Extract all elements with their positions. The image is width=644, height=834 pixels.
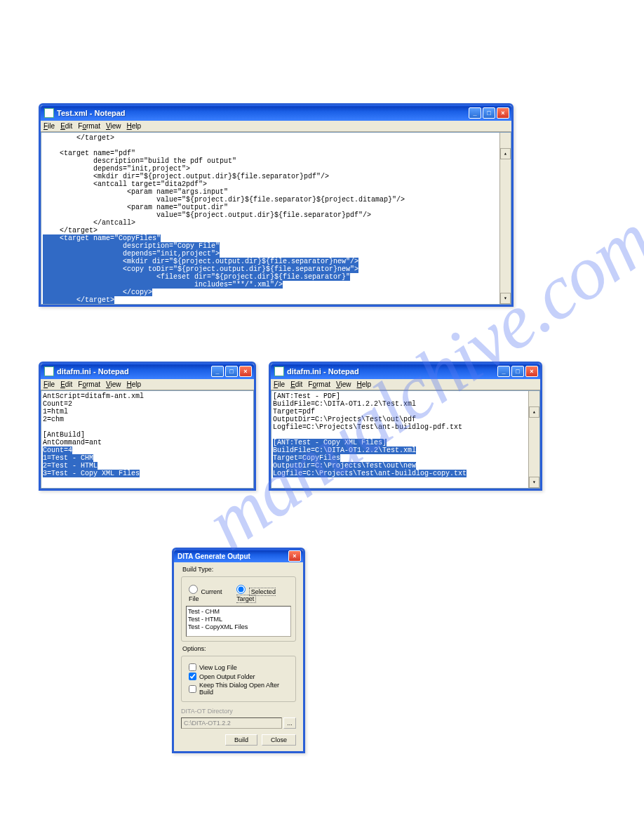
browse-button[interactable]: ... <box>283 717 296 729</box>
menu-format[interactable]: Format <box>308 380 330 388</box>
scroll-down-icon[interactable]: ▾ <box>500 293 511 304</box>
menu-file[interactable]: File <box>43 122 55 130</box>
editor-content[interactable]: AntScript=ditafm-ant.xml Count=2 1=html … <box>41 390 254 489</box>
menu-edit[interactable]: Edit <box>60 122 72 130</box>
menu-view[interactable]: View <box>106 380 121 388</box>
maximize-button[interactable]: □ <box>511 366 524 377</box>
options-group: View Log File Open Output Folder Keep Th… <box>181 656 296 702</box>
list-item[interactable]: Test - CopyXML Files <box>188 623 289 631</box>
menu-help[interactable]: Help <box>357 380 372 388</box>
editor-content[interactable]: </target> <target name="pdf" description… <box>41 132 511 305</box>
close-button[interactable]: × <box>497 107 509 119</box>
close-button[interactable]: × <box>239 366 252 377</box>
menu-view[interactable]: View <box>336 380 351 388</box>
notepad-window-testxml: Test.xml - Notepad _ □ × File Edit Forma… <box>39 103 514 307</box>
notepad-window-ditafm-left: ditafm.ini - Notepad _ □ × File Edit For… <box>39 362 256 491</box>
menubar: File Edit Format View Help <box>41 121 511 132</box>
menubar: File Edit Format View Help <box>41 379 254 390</box>
editor-content[interactable]: [ANT:Test - PDF] BuildFile=C:\DITA-OT1.2… <box>271 390 540 489</box>
notepad-icon <box>44 108 54 118</box>
checkbox-openoutput[interactable] <box>189 673 196 680</box>
notepad-icon <box>274 366 284 376</box>
dialog-title: DITA Generate Output <box>177 552 288 560</box>
list-item[interactable]: Test - HTML <box>188 616 289 623</box>
openoutput-label: Open Output Folder <box>199 673 255 680</box>
menu-file[interactable]: File <box>274 380 285 388</box>
radio-selected-target[interactable]: Selected Target <box>236 585 291 602</box>
keepopen-label: Keep This Dialog Open After Build <box>199 682 291 696</box>
build-type-label: Build Type: <box>181 566 215 573</box>
menu-help[interactable]: Help <box>127 380 142 388</box>
ditaot-dir-label: DITA-OT Directory <box>181 708 296 715</box>
titlebar[interactable]: DITA Generate Output × <box>174 550 303 562</box>
build-type-group: Current File Selected Target Test - CHMT… <box>181 576 296 642</box>
checkbox-keepopen[interactable] <box>189 685 196 693</box>
menu-view[interactable]: View <box>106 122 121 130</box>
menubar: File Edit Format View Help <box>271 379 540 390</box>
titlebar[interactable]: ditafm.ini - Notepad _ □ × <box>271 364 540 379</box>
window-title: Test.xml - Notepad <box>57 109 469 117</box>
minimize-button[interactable]: _ <box>211 366 224 377</box>
minimize-button[interactable]: _ <box>497 366 510 377</box>
window-title: ditafm.ini - Notepad <box>287 367 497 376</box>
menu-format[interactable]: Format <box>78 122 100 130</box>
radio-current-file[interactable]: Current File <box>189 585 229 602</box>
window-title: ditafm.ini - Notepad <box>57 367 211 376</box>
ditaot-path-input <box>181 717 282 729</box>
titlebar[interactable]: ditafm.ini - Notepad _ □ × <box>41 364 254 379</box>
notepad-icon <box>44 366 54 376</box>
dita-generate-output-dialog: DITA Generate Output × Build Type: Curre… <box>172 548 305 753</box>
target-listbox[interactable]: Test - CHMTest - HTMLTest - CopyXML File… <box>186 606 291 637</box>
menu-edit[interactable]: Edit <box>290 380 302 388</box>
list-item[interactable]: Test - CHM <box>188 608 289 616</box>
options-label: Options: <box>181 645 208 652</box>
menu-edit[interactable]: Edit <box>60 380 72 388</box>
menu-format[interactable]: Format <box>78 380 100 388</box>
close-dialog-button[interactable]: Close <box>262 734 296 746</box>
menu-file[interactable]: File <box>43 380 55 388</box>
maximize-button[interactable]: □ <box>225 366 238 377</box>
menu-help[interactable]: Help <box>127 122 142 130</box>
notepad-window-ditafm-right: ditafm.ini - Notepad _ □ × File Edit For… <box>269 362 542 491</box>
viewlog-label: View Log File <box>199 664 237 671</box>
minimize-button[interactable]: _ <box>469 107 481 119</box>
scroll-up-icon[interactable]: ▴ <box>500 148 511 159</box>
vertical-scrollbar[interactable]: ▴ ▾ <box>528 391 539 488</box>
maximize-button[interactable]: □ <box>483 107 495 119</box>
vertical-scrollbar[interactable]: ▴ ▾ <box>499 133 511 304</box>
close-button[interactable]: × <box>288 550 301 562</box>
build-button[interactable]: Build <box>225 734 257 746</box>
titlebar[interactable]: Test.xml - Notepad _ □ × <box>41 105 511 121</box>
scroll-up-icon[interactable]: ▴ <box>529 406 539 418</box>
scroll-down-icon[interactable]: ▾ <box>529 477 539 488</box>
checkbox-viewlog[interactable] <box>189 663 196 671</box>
close-button[interactable]: × <box>525 366 538 377</box>
